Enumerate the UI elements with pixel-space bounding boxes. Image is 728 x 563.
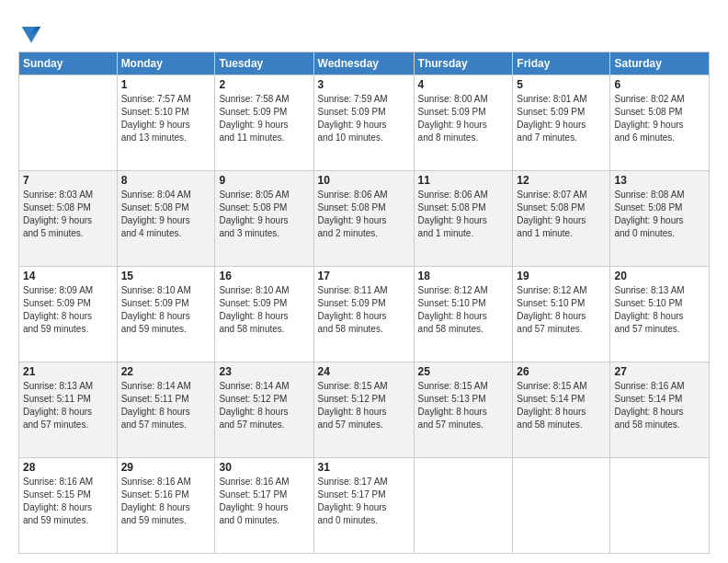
- header: [18, 17, 710, 46]
- day-number: 22: [121, 365, 211, 378]
- day-cell: 13Sunrise: 8:08 AM Sunset: 5:08 PM Dayli…: [610, 171, 710, 267]
- day-number: 7: [23, 174, 113, 187]
- week-row-1: 1Sunrise: 7:57 AM Sunset: 5:10 PM Daylig…: [19, 75, 710, 171]
- day-info: Sunrise: 8:06 AM Sunset: 5:08 PM Dayligh…: [318, 189, 410, 240]
- day-number: 10: [318, 174, 410, 187]
- day-info: Sunrise: 8:15 AM Sunset: 5:12 PM Dayligh…: [318, 380, 410, 431]
- day-info: Sunrise: 8:17 AM Sunset: 5:17 PM Dayligh…: [318, 476, 410, 527]
- day-info: Sunrise: 8:11 AM Sunset: 5:09 PM Dayligh…: [318, 284, 410, 336]
- day-number: 24: [318, 365, 410, 378]
- week-row-4: 21Sunrise: 8:13 AM Sunset: 5:11 PM Dayli…: [19, 362, 710, 458]
- day-cell: 18Sunrise: 8:12 AM Sunset: 5:10 PM Dayli…: [414, 267, 513, 362]
- day-number: 3: [318, 78, 410, 91]
- day-cell: 14Sunrise: 8:09 AM Sunset: 5:09 PM Dayli…: [19, 267, 118, 362]
- day-info: Sunrise: 8:16 AM Sunset: 5:14 PM Dayligh…: [614, 380, 705, 431]
- day-info: Sunrise: 8:16 AM Sunset: 5:15 PM Dayligh…: [23, 476, 113, 527]
- day-cell: 12Sunrise: 8:07 AM Sunset: 5:08 PM Dayli…: [513, 171, 610, 267]
- page: SundayMondayTuesdayWednesdayThursdayFrid…: [0, 0, 728, 563]
- day-number: 2: [219, 78, 309, 91]
- day-info: Sunrise: 8:10 AM Sunset: 5:09 PM Dayligh…: [219, 284, 309, 336]
- day-cell: 19Sunrise: 8:12 AM Sunset: 5:10 PM Dayli…: [513, 267, 610, 362]
- day-number: 9: [219, 174, 309, 187]
- day-cell: 8Sunrise: 8:04 AM Sunset: 5:08 PM Daylig…: [117, 171, 215, 267]
- day-cell: [513, 458, 610, 554]
- day-cell: 1Sunrise: 7:57 AM Sunset: 5:10 PM Daylig…: [117, 75, 215, 171]
- day-info: Sunrise: 8:10 AM Sunset: 5:09 PM Dayligh…: [121, 284, 211, 336]
- week-row-3: 14Sunrise: 8:09 AM Sunset: 5:09 PM Dayli…: [19, 267, 710, 362]
- day-info: Sunrise: 8:00 AM Sunset: 5:09 PM Dayligh…: [418, 93, 509, 144]
- week-row-5: 28Sunrise: 8:16 AM Sunset: 5:15 PM Dayli…: [19, 458, 710, 554]
- day-number: 15: [121, 270, 211, 282]
- calendar-header: SundayMondayTuesdayWednesdayThursdayFrid…: [19, 52, 710, 75]
- week-row-2: 7Sunrise: 8:03 AM Sunset: 5:08 PM Daylig…: [19, 171, 710, 267]
- day-cell: 21Sunrise: 8:13 AM Sunset: 5:11 PM Dayli…: [19, 362, 118, 458]
- calendar: SundayMondayTuesdayWednesdayThursdayFrid…: [18, 52, 710, 554]
- day-number: 31: [318, 461, 410, 474]
- header-day-monday: Monday: [117, 52, 215, 75]
- day-info: Sunrise: 8:04 AM Sunset: 5:08 PM Dayligh…: [121, 189, 211, 240]
- day-cell: 15Sunrise: 8:10 AM Sunset: 5:09 PM Dayli…: [117, 267, 215, 362]
- day-number: 14: [23, 270, 113, 282]
- day-number: 18: [418, 270, 509, 282]
- day-number: 6: [614, 78, 705, 91]
- calendar-body: 1Sunrise: 7:57 AM Sunset: 5:10 PM Daylig…: [19, 75, 710, 554]
- day-number: 12: [517, 174, 606, 187]
- day-number: 16: [219, 270, 309, 282]
- day-cell: [610, 458, 710, 554]
- day-number: 8: [121, 174, 211, 187]
- day-info: Sunrise: 8:01 AM Sunset: 5:09 PM Dayligh…: [517, 93, 606, 144]
- day-cell: 20Sunrise: 8:13 AM Sunset: 5:10 PM Dayli…: [610, 267, 710, 362]
- day-number: 27: [614, 365, 705, 378]
- day-info: Sunrise: 8:13 AM Sunset: 5:11 PM Dayligh…: [23, 380, 113, 431]
- day-number: 23: [219, 365, 309, 378]
- day-info: Sunrise: 8:16 AM Sunset: 5:17 PM Dayligh…: [219, 476, 309, 527]
- day-cell: 4Sunrise: 8:00 AM Sunset: 5:09 PM Daylig…: [414, 75, 513, 171]
- day-number: 13: [614, 174, 705, 187]
- day-info: Sunrise: 8:05 AM Sunset: 5:08 PM Dayligh…: [219, 189, 309, 240]
- day-cell: 6Sunrise: 8:02 AM Sunset: 5:08 PM Daylig…: [610, 75, 710, 171]
- day-info: Sunrise: 7:58 AM Sunset: 5:09 PM Dayligh…: [219, 93, 309, 144]
- header-day-tuesday: Tuesday: [215, 52, 313, 75]
- day-info: Sunrise: 8:12 AM Sunset: 5:10 PM Dayligh…: [418, 284, 509, 336]
- day-cell: 7Sunrise: 8:03 AM Sunset: 5:08 PM Daylig…: [19, 171, 118, 267]
- header-day-saturday: Saturday: [610, 52, 710, 75]
- day-cell: 25Sunrise: 8:15 AM Sunset: 5:13 PM Dayli…: [414, 362, 513, 458]
- day-cell: 17Sunrise: 8:11 AM Sunset: 5:09 PM Dayli…: [313, 267, 414, 362]
- header-day-thursday: Thursday: [414, 52, 513, 75]
- day-cell: 3Sunrise: 7:59 AM Sunset: 5:09 PM Daylig…: [313, 75, 414, 171]
- day-number: 19: [517, 270, 606, 282]
- day-cell: 28Sunrise: 8:16 AM Sunset: 5:15 PM Dayli…: [19, 458, 118, 554]
- day-number: 26: [517, 365, 606, 378]
- day-cell: [414, 458, 513, 554]
- day-number: 20: [614, 270, 705, 282]
- day-info: Sunrise: 7:57 AM Sunset: 5:10 PM Dayligh…: [121, 93, 211, 144]
- day-cell: 30Sunrise: 8:16 AM Sunset: 5:17 PM Dayli…: [215, 458, 313, 554]
- day-cell: 5Sunrise: 8:01 AM Sunset: 5:09 PM Daylig…: [513, 75, 610, 171]
- header-row: SundayMondayTuesdayWednesdayThursdayFrid…: [19, 52, 710, 75]
- logo-icon: [18, 20, 44, 46]
- day-cell: 31Sunrise: 8:17 AM Sunset: 5:17 PM Dayli…: [313, 458, 414, 554]
- day-cell: [19, 75, 118, 171]
- day-number: 25: [418, 365, 509, 378]
- day-cell: 24Sunrise: 8:15 AM Sunset: 5:12 PM Dayli…: [313, 362, 414, 458]
- day-info: Sunrise: 8:07 AM Sunset: 5:08 PM Dayligh…: [517, 189, 606, 240]
- logo: [18, 20, 48, 46]
- day-number: 21: [23, 365, 113, 378]
- day-cell: 16Sunrise: 8:10 AM Sunset: 5:09 PM Dayli…: [215, 267, 313, 362]
- header-day-wednesday: Wednesday: [313, 52, 414, 75]
- day-number: 30: [219, 461, 309, 474]
- day-info: Sunrise: 8:15 AM Sunset: 5:13 PM Dayligh…: [418, 380, 509, 431]
- day-cell: 9Sunrise: 8:05 AM Sunset: 5:08 PM Daylig…: [215, 171, 313, 267]
- day-info: Sunrise: 8:14 AM Sunset: 5:12 PM Dayligh…: [219, 380, 309, 431]
- day-number: 1: [121, 78, 211, 91]
- day-number: 29: [121, 461, 211, 474]
- day-number: 11: [418, 174, 509, 187]
- day-info: Sunrise: 8:15 AM Sunset: 5:14 PM Dayligh…: [517, 380, 606, 431]
- day-info: Sunrise: 8:08 AM Sunset: 5:08 PM Dayligh…: [614, 189, 705, 240]
- day-cell: 23Sunrise: 8:14 AM Sunset: 5:12 PM Dayli…: [215, 362, 313, 458]
- day-info: Sunrise: 7:59 AM Sunset: 5:09 PM Dayligh…: [318, 93, 410, 144]
- day-cell: 22Sunrise: 8:14 AM Sunset: 5:11 PM Dayli…: [117, 362, 215, 458]
- day-info: Sunrise: 8:13 AM Sunset: 5:10 PM Dayligh…: [614, 284, 705, 336]
- day-number: 5: [517, 78, 606, 91]
- day-number: 4: [418, 78, 509, 91]
